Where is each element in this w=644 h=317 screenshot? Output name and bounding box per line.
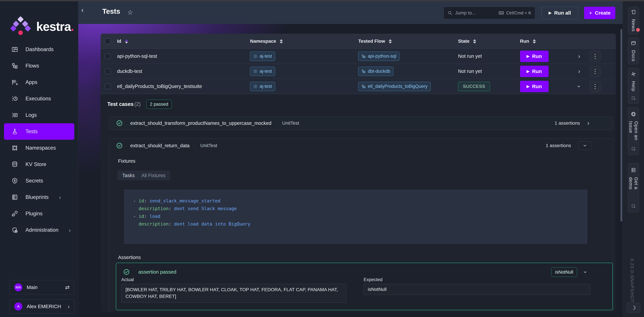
- test-case-row-expanded[interactable]: extract_should_return_data UnitTest 1 as…: [109, 139, 613, 153]
- tab-all-fixtures[interactable]: All Fixtures: [142, 173, 165, 178]
- tests-table-card: Id Namespace Tested Flow State Run: [100, 34, 616, 312]
- sidebar-item-dashboards[interactable]: Dashboards: [0, 41, 78, 58]
- dashboard-icon: [12, 46, 18, 53]
- table-row-expanded[interactable]: etl_dailyProducts_toBigQuery_testsuite a…: [100, 79, 616, 94]
- namespace-grid-icon: [253, 84, 258, 89]
- theme-toggle-button[interactable]: ☽: [626, 303, 640, 313]
- kestra-logo[interactable]: kestra.: [11, 17, 74, 36]
- tested-flow-badge[interactable]: dbt-duckdb: [358, 67, 394, 76]
- create-button[interactable]: + Create: [584, 7, 615, 19]
- fixtures-tabs: Tasks All Fixtures: [118, 171, 170, 180]
- namespace-badge[interactable]: aj-test: [250, 67, 275, 76]
- user-menu[interactable]: A Alex EMERICH ›: [10, 299, 74, 314]
- expand-chevron-icon[interactable]: ›: [578, 68, 580, 75]
- expand-chevron-icon[interactable]: ›: [587, 120, 589, 127]
- tested-flow-badge[interactable]: etl_dailyProducts_toBigQuery: [358, 82, 431, 91]
- tested-flow-badge[interactable]: api-python-sql: [358, 52, 400, 61]
- fixtures-code-editor[interactable]: - id: send_slack_message_started descrip…: [124, 190, 587, 244]
- select-all-checkbox[interactable]: [105, 38, 110, 44]
- sidebar-collapse-icon[interactable]: ‹: [81, 6, 84, 14]
- flow-icon: [362, 84, 366, 89]
- database-icon: [12, 161, 18, 168]
- column-header-id[interactable]: Id: [117, 38, 250, 44]
- run-button[interactable]: ▶Run: [520, 81, 548, 92]
- tenant-switcher[interactable]: MA Main ⇄: [10, 280, 74, 295]
- column-header-run[interactable]: Run: [520, 38, 569, 44]
- run-button[interactable]: ▶Run: [520, 51, 548, 62]
- test-case-name: extract_should_return_data: [130, 143, 190, 148]
- tab-tasks[interactable]: Tasks: [122, 173, 135, 178]
- sidebar-item-plugins[interactable]: Plugins: [0, 205, 78, 222]
- search-input[interactable]: [455, 10, 496, 15]
- table-row[interactable]: api-python-sql-test aj-test api-python-s…: [100, 49, 616, 64]
- row-menu-button[interactable]: ⋮: [590, 81, 600, 92]
- docs-book-icon: [631, 40, 636, 46]
- external-link-icon: [631, 204, 636, 208]
- tab-open-an-issue[interactable]: Open an Issue: [628, 107, 639, 155]
- tab-get-a-demo[interactable]: Get a demo: [628, 163, 639, 212]
- tenant-avatar: MA: [14, 283, 22, 291]
- actual-value-field[interactable]: [BOWLER HAT, TRILBY HAT, BOWLER HAT, CLO…: [121, 284, 346, 303]
- run-button[interactable]: ▶Run: [520, 66, 548, 77]
- chevron-down-icon[interactable]: ›: [582, 271, 589, 273]
- assertions-count: 1 assertions: [554, 120, 580, 126]
- window-top-strip: [0, 0, 644, 1]
- sidebar-item-apps[interactable]: Apps: [0, 74, 78, 90]
- sort-icon: [389, 39, 392, 43]
- sidebar-item-executions[interactable]: Executions: [0, 90, 78, 107]
- table-row[interactable]: duckdb-test aj-test dbt-duckdb Not run y…: [100, 64, 616, 79]
- jump-to-search[interactable]: Ctrl/Cmd + K: [444, 7, 535, 19]
- sidebar-item-kv-store[interactable]: KV Store: [0, 156, 78, 173]
- test-case-row[interactable]: extract_should_transform_productNames_to…: [109, 116, 613, 130]
- expected-value-field[interactable]: isNotNull: [364, 284, 590, 295]
- sidebar-item-logs[interactable]: Logs: [0, 107, 78, 123]
- play-icon: ▶: [526, 69, 530, 73]
- namespace-badge[interactable]: aj-test: [250, 52, 275, 61]
- collapse-chevron-button[interactable]: ›: [578, 141, 592, 150]
- keyboard-icon: [498, 10, 504, 16]
- user-name: Alex EMERICH: [27, 304, 61, 309]
- row-menu-button[interactable]: ⋮: [590, 66, 600, 77]
- vertical-scrollbar[interactable]: [620, 29, 622, 222]
- run-all-button[interactable]: ▶ Run all: [541, 7, 578, 19]
- assertions-count: 1 assertions: [546, 143, 571, 148]
- state-text: Not run yet: [458, 68, 520, 74]
- tab-help[interactable]: Help: [628, 68, 639, 104]
- column-header-state[interactable]: State: [458, 38, 520, 44]
- passed-count-badge: 2 passed: [146, 100, 172, 109]
- logs-icon: [12, 112, 18, 118]
- sort-icon: [533, 39, 536, 43]
- swap-icon: ⇄: [65, 284, 70, 291]
- sidebar-item-blueprints[interactable]: Blueprints ›: [0, 189, 78, 205]
- column-header-namespace[interactable]: Namespace: [250, 38, 358, 44]
- favorite-star-icon[interactable]: ☆: [127, 9, 133, 16]
- main-content: Id Namespace Tested Flow State Run: [78, 24, 622, 317]
- sidebar-item-secrets[interactable]: Secrets: [0, 173, 78, 189]
- sidebar-item-flows[interactable]: Flows: [0, 58, 78, 74]
- test-case-type: UnitTest: [282, 120, 299, 126]
- collapse-chevron-icon[interactable]: ›: [576, 85, 582, 87]
- sort-icon: [280, 39, 283, 43]
- row-menu-button[interactable]: ⋮: [590, 51, 600, 62]
- sidebar-item-administration[interactable]: Administration ›: [0, 222, 78, 238]
- row-checkbox[interactable]: [105, 68, 110, 74]
- sidebar-item-tests[interactable]: Tests: [4, 123, 74, 140]
- operator-badge[interactable]: isNotNull: [551, 267, 577, 277]
- namespace-badge[interactable]: aj-test: [250, 82, 275, 91]
- page-title: Tests: [102, 7, 120, 15]
- sidebar-item-namespaces[interactable]: Namespaces: [0, 140, 78, 156]
- flow-icon: [362, 69, 366, 73]
- row-checkbox[interactable]: [105, 84, 110, 89]
- tab-docs[interactable]: Docs: [628, 37, 639, 64]
- external-link-icon: [631, 96, 636, 100]
- kestra-logo-icon: [11, 17, 31, 36]
- tab-news[interactable]: News: [628, 7, 639, 34]
- check-circle-icon: [123, 268, 130, 276]
- plug-icon: [12, 210, 18, 217]
- test-id: api-python-sql-test: [117, 53, 250, 59]
- test-case-type: UnitTest: [200, 143, 217, 148]
- expand-chevron-icon[interactable]: ›: [578, 53, 580, 60]
- column-header-tested-flow[interactable]: Tested Flow: [358, 38, 458, 44]
- row-checkbox[interactable]: [105, 53, 110, 59]
- blueprints-icon: [12, 194, 18, 201]
